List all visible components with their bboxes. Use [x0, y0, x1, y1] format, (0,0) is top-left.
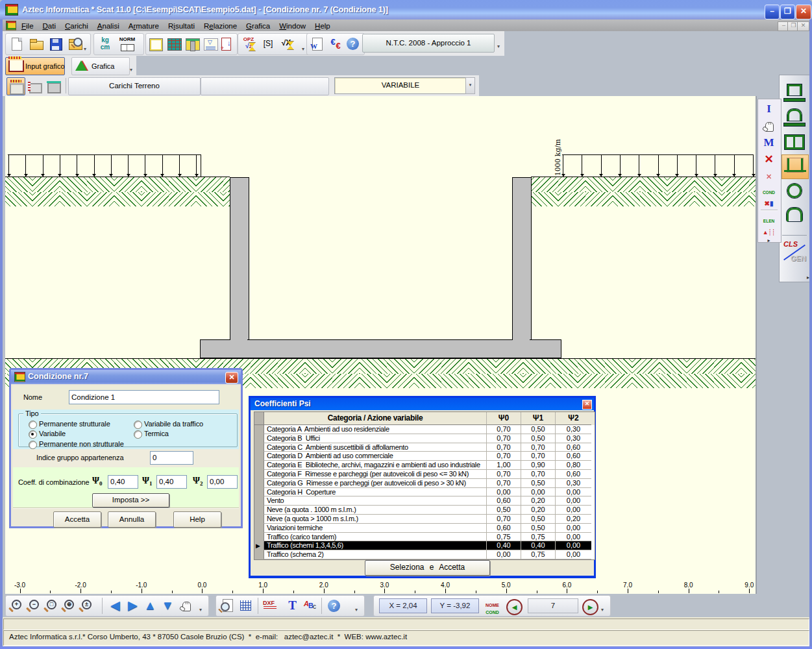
edit-toolbar-overflow[interactable]: ▸ — [760, 233, 778, 241]
pan-up-icon[interactable]: ▲ — [141, 597, 159, 615]
tools-group-overflow[interactable] — [355, 607, 358, 613]
zoom-out-icon[interactable]: − — [26, 597, 43, 615]
psi-row[interactable]: Categoria H Coperture0,000,000,00 — [254, 488, 595, 497]
zoom-extents-icon[interactable]: ⊕ — [61, 597, 79, 615]
menu-carichi[interactable]: Carichi — [60, 20, 93, 32]
report-word-icon[interactable] — [308, 36, 325, 53]
pan-tool-icon[interactable] — [760, 119, 778, 134]
psi2-input[interactable]: 0,00 — [207, 475, 238, 489]
text-tool-icon[interactable]: T — [284, 597, 301, 615]
psi-row[interactable]: Categoria B Uffici0,700,500,30 — [254, 434, 595, 443]
delete-tool-icon[interactable]: ✕ — [760, 153, 778, 168]
psi-row[interactable]: Neve (a quota . 1000 m s.l.m.)0,500,200,… — [254, 506, 595, 515]
bottom-help-icon[interactable] — [325, 597, 343, 615]
psi-row[interactable]: Traffico (carico tandem)0,750,750,00 — [254, 533, 595, 542]
menu-risultati[interactable]: Risultati — [164, 20, 199, 32]
file-group-overflow[interactable] — [84, 47, 86, 52]
radio-variabile-da-traffico[interactable] — [134, 421, 142, 429]
mdi-child-icon[interactable] — [6, 21, 16, 30]
psi-row[interactable]: Vento0,600,200,00 — [254, 496, 595, 506]
pan-down-icon[interactable]: ▼ — [159, 597, 177, 615]
seleziona-accetta-button[interactable]: Seleziona e Accetta — [365, 560, 490, 576]
psi-row[interactable]: Traffico (schema 2)0,000,750,00 — [254, 550, 595, 559]
menu-file[interactable]: File — [17, 20, 38, 32]
euro-conversion-icon[interactable]: €€ — [326, 36, 343, 53]
condizione-tipo-combo[interactable]: VARIABILE — [334, 77, 467, 94]
grafica-button[interactable]: Grafica — [71, 57, 130, 75]
wall-right[interactable] — [512, 177, 532, 341]
dialog-condizione-titlebar[interactable]: Condizione nr.7 ✕ — [11, 370, 241, 384]
cls-gen-icon[interactable]: CLSGEN — [781, 239, 807, 265]
nome-cond-icon[interactable]: NOMECOND — [486, 601, 499, 615]
psi-row[interactable]: Neve (a quota > 1000 m s.l.m.)0,700,500,… — [254, 515, 595, 524]
options-icon[interactable]: OPZ√2 — [240, 36, 257, 53]
u-channel-icon[interactable] — [781, 154, 809, 179]
inquiry-tool-icon[interactable]: I — [760, 102, 778, 117]
footing-slab[interactable] — [200, 339, 561, 358]
help-button[interactable]: Help — [173, 511, 221, 528]
radio-termica[interactable] — [134, 430, 142, 439]
radio-variabile[interactable] — [29, 430, 37, 439]
menu-grafica[interactable]: Grafica — [241, 20, 275, 32]
help-icon[interactable] — [345, 36, 362, 53]
carichi-blank-button[interactable] — [201, 77, 329, 95]
circular-section-icon[interactable] — [781, 179, 807, 202]
dialog-psi-titlebar[interactable]: Coefficienti Psi — [251, 398, 594, 410]
options-group-overflow[interactable] — [302, 47, 304, 52]
menu-window[interactable]: Window — [275, 20, 310, 32]
print-preview-icon[interactable] — [219, 597, 236, 615]
prev-condition-button[interactable]: ◀ — [506, 599, 523, 615]
dxf-export-icon[interactable]: DXF — [262, 597, 279, 615]
frame-arch-icon[interactable] — [781, 105, 807, 129]
move-tool-icon[interactable]: M — [760, 136, 778, 151]
psi-row[interactable]: Categoria D Ambienti ad uso commerciale0… — [254, 452, 595, 461]
norm-icon[interactable]: NORM — [119, 36, 136, 53]
materials-icon[interactable] — [166, 36, 182, 53]
next-condition-button[interactable]: ▶ — [582, 599, 598, 615]
horseshoe-section-icon[interactable] — [781, 204, 807, 227]
mode-overflow[interactable] — [130, 67, 132, 73]
psi-row[interactable]: Variazioni termiche0,600,500,00 — [254, 524, 595, 533]
pan-right-icon[interactable]: ▶ — [124, 597, 141, 615]
cond-tool-icon[interactable]: COND✖▮ — [760, 185, 778, 201]
carichi-parete-icon-button[interactable] — [26, 77, 43, 94]
menu-analisi[interactable]: Analisi — [93, 20, 124, 32]
zoom-group-overflow[interactable] — [199, 607, 202, 613]
close-button[interactable]: ✕ — [796, 5, 811, 19]
psi-row[interactable]: Categoria C Ambienti suscettibili di aff… — [254, 443, 595, 452]
psi0-input[interactable]: 0,40 — [108, 475, 138, 489]
carichi-terreno-icon-button[interactable] — [6, 77, 25, 95]
imposta-button[interactable]: Imposta >> — [92, 493, 169, 508]
water-table-icon[interactable] — [202, 36, 219, 53]
maximize-button[interactable]: ❐ — [780, 5, 795, 19]
pan-hand-icon[interactable] — [177, 597, 194, 615]
grid-icon[interactable] — [237, 597, 254, 615]
save-file-icon[interactable] — [47, 36, 64, 53]
annulla-button[interactable]: Annulla — [108, 511, 156, 528]
box-twin-cell-icon[interactable] — [781, 130, 807, 153]
carichi-terreno-button[interactable]: Carichi Terreno — [68, 77, 201, 95]
frame-portal-icon[interactable] — [781, 80, 807, 104]
menu-dati[interactable]: Dati — [38, 20, 60, 32]
psi-row[interactable]: Categoria E Biblioteche, archivi, magazz… — [254, 461, 595, 470]
accetta-button[interactable]: Accetta — [53, 511, 101, 528]
menu-armature[interactable]: Armature — [124, 20, 164, 32]
indice-input[interactable]: 0 — [150, 451, 193, 465]
delete-small-tool-icon[interactable]: ✕ — [760, 169, 778, 185]
dialog-psi-close[interactable]: ✕ — [582, 400, 592, 410]
input-grafico-button[interactable]: Input grafico — [5, 57, 65, 75]
minimize-button[interactable]: – — [765, 5, 780, 19]
zoom-in-icon[interactable]: + — [8, 597, 26, 615]
psi-row[interactable]: Categoria G Rimesse e parcheggi (per aut… — [254, 479, 595, 488]
nome-input[interactable]: Condizione 1 — [69, 390, 219, 404]
dialog-condizione-close[interactable]: ✕ — [225, 372, 238, 384]
cond-group-overflow[interactable] — [601, 607, 604, 613]
soil-profile-icon[interactable] — [184, 36, 201, 53]
radio-permanente-non-strutturale[interactable] — [29, 441, 37, 449]
psi1-input[interactable]: 0,40 — [156, 475, 187, 489]
psi-row[interactable]: Categoria F Rimesse e parcheggi (per aut… — [254, 470, 595, 479]
ntc-normativa-button[interactable]: N.T.C. 2008 - Approccio 1 — [362, 34, 495, 53]
s-parameters-icon[interactable]: [S] — [260, 36, 277, 53]
zoom-window-icon[interactable]: □ — [43, 597, 61, 615]
psi-row[interactable]: ▶Traffico (schemi 1,3,4,5,6)0,400,400,00 — [254, 541, 595, 550]
